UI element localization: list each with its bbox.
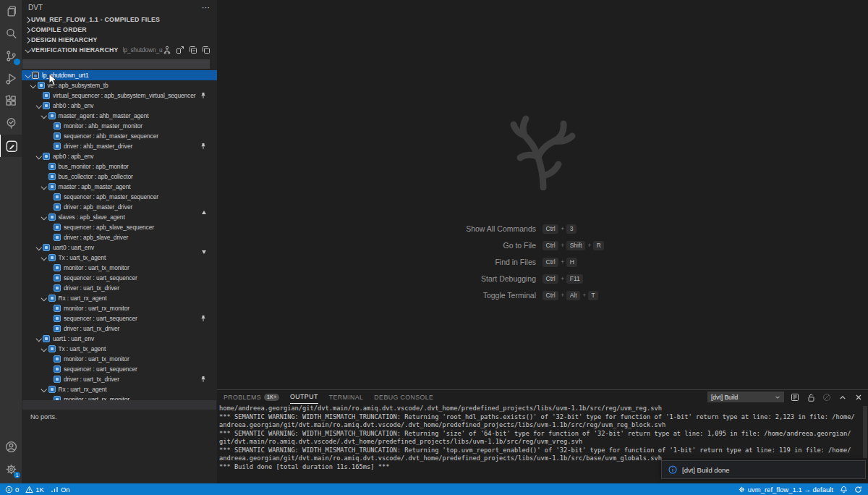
tree-row-driver[interactable]: driver : apb_master_driver (22, 202, 217, 212)
status-item-text: uvm_ref_flow_1.1 → default (748, 486, 833, 494)
more-actions-icon[interactable]: ⋯ (202, 3, 210, 12)
no-chevron (35, 92, 42, 99)
tree-row-Rx[interactable]: Rx : uart_rx_agent (22, 384, 217, 394)
tree-row-uart0[interactable]: uart0 : uart_env (22, 242, 217, 253)
section-label: DESIGN HIERARCHY (31, 36, 98, 43)
tree-row-apb0[interactable]: apb0 : apb_env (22, 151, 217, 161)
clear-output-button[interactable] (822, 392, 832, 402)
chevron-down-icon[interactable] (35, 153, 42, 160)
chevron-down-icon[interactable] (41, 183, 48, 190)
tree-row-label: monitor : uart_tx_monitor (64, 264, 129, 271)
tree-filter-bar[interactable] (22, 59, 210, 69)
open-log-file-button[interactable] (790, 392, 800, 402)
status-item-errors[interactable]: 0 (5, 486, 19, 494)
panel-tab-output[interactable]: OUTPUT (290, 390, 318, 404)
tree-row-ahb0[interactable]: ahb0 : ahb_env (22, 101, 217, 111)
status-item-warnings[interactable]: 1K (25, 486, 44, 494)
activity-item-verification-checks[interactable] (0, 112, 22, 135)
chevron-down-icon[interactable] (35, 244, 42, 251)
notification-toast[interactable]: [dvt] Build done (661, 460, 866, 479)
activity-item-explorer[interactable] (0, 0, 22, 22)
tree-row-sequencer[interactable]: sequencer : uart_sequencer (22, 364, 217, 374)
chevron-down-icon[interactable] (41, 345, 48, 352)
chevron-down-icon[interactable] (35, 102, 42, 109)
tree-row-driver[interactable]: driver : uart_rx_driver (22, 323, 217, 334)
status-item-build-config[interactable]: uvm_ref_flow_1.1 → default (738, 486, 833, 494)
panel-tab-label: DEBUG CONSOLE (374, 394, 433, 401)
tree-row-uart1[interactable]: uart1 : uart_env (22, 334, 217, 344)
tree-row-master[interactable]: master : apb_master_agent (22, 182, 217, 192)
tree-row-monitor[interactable]: monitor : uart_rx_monitor (22, 394, 217, 400)
chevron-down-icon[interactable] (41, 386, 48, 393)
chevron-down-icon[interactable] (35, 335, 42, 342)
tree-row-monitor[interactable]: monitor : uart_rx_monitor (22, 303, 217, 313)
chevron-down-icon[interactable] (41, 213, 48, 221)
section-header-uvm-ref-flow-1-1-compiled-files[interactable]: UVM_REF_FLOW_1.1 - COMPILED FILES (22, 14, 217, 25)
section-header-compile-order[interactable]: COMPILE ORDER (22, 25, 217, 35)
tree-row-driver[interactable]: driver : apb_slave_driver (22, 232, 217, 242)
problems-count-badge: 1K+ (264, 394, 279, 401)
status-item-notifications[interactable] (840, 486, 848, 494)
tree-row-bus_collector[interactable]: bus_collector : apb_collector (22, 172, 217, 182)
no-chevron (46, 132, 53, 140)
chevron-down-icon (775, 394, 780, 400)
tree-row-driver[interactable]: driver : uart_tx_driver (22, 374, 217, 384)
tree-row-driver[interactable]: driver : ahb_master_driver (22, 141, 217, 151)
section-header-design-hierarchy[interactable]: DESIGN HIERARCHY (22, 35, 217, 45)
activity-item-run-and-debug[interactable] (0, 67, 22, 90)
tree-row-sequencer[interactable]: sequencer : uart_sequencer (22, 313, 217, 323)
chevron-down-icon[interactable] (24, 72, 31, 79)
panel-tab-debug-console[interactable]: DEBUG CONSOLE (374, 390, 433, 404)
uvm-component-icon (48, 183, 56, 190)
output-scrollbar[interactable] (863, 406, 867, 458)
activity-item-dvt[interactable] (0, 135, 22, 157)
activity-item-settings[interactable]: 1 (0, 458, 22, 481)
extensions-icon (4, 94, 18, 108)
tree-row-sequencer[interactable]: sequencer : apb_slave_sequencer (22, 222, 217, 232)
activity-item-extensions[interactable] (0, 90, 22, 112)
section-header-verification-hierarchy[interactable]: VERIFICATION HIERARCHY lp_shutdown_urt1 (22, 45, 217, 55)
tree-row-label: driver : uart_tx_driver (64, 376, 119, 383)
maximize-panel-button[interactable] (838, 392, 848, 402)
tree-row-monitor[interactable]: monitor : uart_tx_monitor (22, 263, 217, 273)
tree-row-label: sequencer : ahb_master_sequencer (64, 132, 158, 140)
tree-row-monitor[interactable]: monitor : ahb_master_monitor (22, 121, 217, 131)
collapse-all-icon[interactable] (189, 46, 197, 54)
chevron-down-icon[interactable] (41, 295, 48, 302)
status-item-refresh[interactable] (854, 486, 862, 494)
toggle-auto-scroll-button[interactable] (806, 392, 816, 402)
tree-row-bus_monitor[interactable]: bus_monitor : apb_monitor (22, 161, 217, 172)
panel-tab-label: TERMINAL (329, 394, 364, 401)
activity-bar: 1 (0, 0, 22, 483)
tree-row-sequencer[interactable]: sequencer : ahb_master_sequencer (22, 131, 217, 141)
chevron-down-icon[interactable] (41, 112, 48, 119)
activity-item-accounts[interactable] (0, 436, 22, 458)
signal-icon (51, 486, 59, 494)
panel-tab-terminal[interactable]: TERMINAL (329, 390, 364, 404)
chevron-down-icon[interactable] (41, 254, 48, 261)
hierarchy-icon[interactable] (163, 46, 171, 54)
uvm-component-icon (54, 376, 61, 383)
output-line: *** SEMANTIC WARNING: WIDTH_MISMATCH_TRU… (219, 430, 862, 439)
group-icon[interactable] (202, 46, 210, 54)
close-panel-button[interactable] (854, 392, 864, 402)
tree-row-sequencer[interactable]: sequencer : apb_master_sequencer (22, 192, 217, 202)
activity-item-source-control[interactable] (0, 45, 22, 67)
tree-row-Tx[interactable]: Tx : uart_tx_agent (22, 344, 217, 354)
tree-row-Rx[interactable]: Rx : uart_rx_agent (22, 293, 217, 303)
section-label: COMPILE ORDER (31, 26, 87, 33)
tree-row-virtual_sequencer[interactable]: virtual_sequencer : apb_subsystem_virtua… (22, 90, 217, 101)
tree-row-sequencer[interactable]: sequencer : uart_sequencer (22, 273, 217, 283)
tree-row-slaves[interactable]: slaves : apb_slave_agent (22, 212, 217, 222)
output-channel-select[interactable]: [dvt] Build (707, 392, 784, 402)
activity-item-search[interactable] (0, 22, 22, 45)
ports-section-divider[interactable] (22, 400, 216, 410)
tree-row-driver[interactable]: driver : uart_tx_driver (22, 283, 217, 293)
link-editor-icon[interactable] (176, 46, 184, 54)
chevron-down-icon[interactable] (30, 82, 37, 89)
panel-tab-problems[interactable]: PROBLEMS 1K+ (224, 390, 279, 404)
tree-row-Tx[interactable]: Tx : uart_tx_agent (22, 253, 217, 263)
status-item-connection[interactable]: On (51, 486, 70, 494)
tree-row-master_agent[interactable]: master_agent : ahb_master_agent (22, 111, 217, 121)
tree-row-monitor[interactable]: monitor : uart_tx_monitor (22, 354, 217, 364)
